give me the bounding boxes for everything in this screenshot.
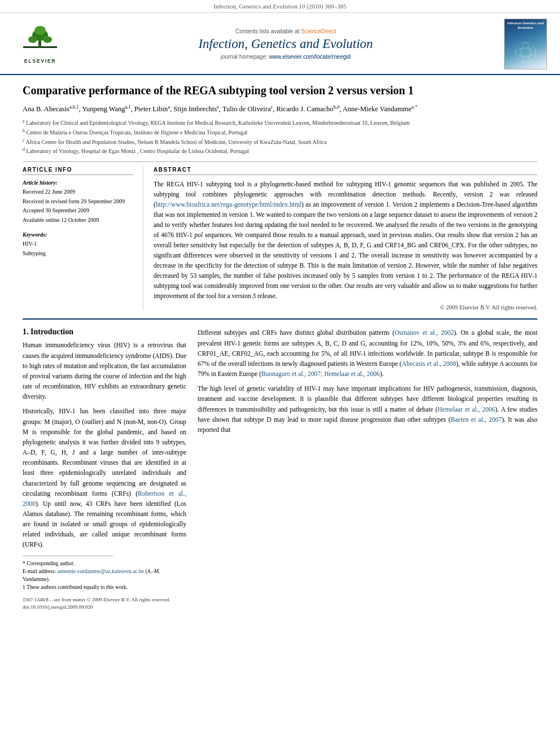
elsevier-tree-icon xyxy=(20,25,60,56)
keyword-subtyping: Subtyping xyxy=(23,249,133,259)
footnote-divider xyxy=(23,556,113,556)
paper-title: Comparative performance of the REGA subt… xyxy=(23,83,537,98)
intro-right-col: Different subtypes and CRFs have distinc… xyxy=(198,327,537,611)
intro-left-col: 1. Introduction Human immunodeficiency v… xyxy=(23,327,186,611)
article-info-column: ARTICLE INFO Article history: Received 2… xyxy=(23,167,133,311)
svg-point-5 xyxy=(43,36,52,43)
svg-point-6 xyxy=(34,26,46,35)
journal-header: ELSEVIER Contents lists available at Sci… xyxy=(0,13,560,75)
journal-cover: Infection Genetics and Evolution xyxy=(500,19,551,69)
abstract-heading: ABSTRACT xyxy=(154,167,537,175)
intro-para-1: Human immunodeficiency virus (HIV) is a … xyxy=(23,340,186,401)
footnote-email: E-mail address: annemie.vandamme@uz.kule… xyxy=(23,567,186,584)
email-link[interactable]: annemie.vandamme@uz.kuleuven.ac.be xyxy=(58,569,146,574)
copyright-notice: © 2009 Elsevier B.V. All rights reserved… xyxy=(154,304,537,311)
affiliations: a Laboratory for Clinical and Epidemiolo… xyxy=(23,118,537,156)
homepage-url[interactable]: www.elsevier.com/locate/meegid xyxy=(269,54,351,60)
journal-title-area: Contents lists available at ScienceDirec… xyxy=(71,28,500,60)
history-accepted: Accepted 30 September 2009 xyxy=(23,206,133,216)
sciencedirect-link[interactable]: ScienceDirect xyxy=(301,28,336,34)
issn-line: 1567-1348/$ – see front matter © 2009 El… xyxy=(23,596,186,604)
ref-buonaguro[interactable]: Buonaguro et al., 2007; Hemelaar et al.,… xyxy=(261,370,380,377)
intro-para-3: Different subtypes and CRFs have distinc… xyxy=(198,327,537,379)
paper-body: Comparative performance of the REGA subt… xyxy=(0,75,560,625)
intro-para-4: The high level of genetic variability of… xyxy=(198,383,537,435)
article-meta-row: ARTICLE INFO Article history: Received 2… xyxy=(23,167,537,311)
journal-homepage: journal homepage: www.elsevier.com/locat… xyxy=(71,54,500,60)
abstract-column: ABSTRACT The REGA HIV-1 subtyping tool i… xyxy=(154,167,537,311)
contents-available: Contents lists available at ScienceDirec… xyxy=(71,28,500,34)
article-info-heading: ARTICLE INFO xyxy=(23,167,133,175)
top-bar: Infection, Genetics and Evolution 10 (20… xyxy=(0,0,560,13)
elsevier-wordmark: ELSEVIER xyxy=(24,58,56,64)
ref-abecasis[interactable]: Abecasis et al., 2008 xyxy=(402,360,456,367)
footnote-equal-contrib: 1 These authors contributed equally to t… xyxy=(23,583,186,591)
svg-point-7 xyxy=(515,42,536,63)
abstract-url[interactable]: http://www.bioafrica.net/rega-genotype/h… xyxy=(156,201,301,208)
elsevier-logo-area: ELSEVIER xyxy=(9,25,71,64)
svg-point-10 xyxy=(522,42,530,63)
affil-divider xyxy=(23,161,537,162)
journal-title: Infection, Genetics and Evolution xyxy=(71,37,500,51)
intro-section: 1. Introduction Human immunodeficiency v… xyxy=(23,327,537,611)
section-heading: 1. Introduction xyxy=(23,327,186,337)
svg-point-9 xyxy=(515,49,536,56)
history-revised: Received in revised form 29 September 20… xyxy=(23,197,133,207)
keyword-hiv1: HIV-1 xyxy=(23,239,133,249)
doi-line: doi:10.1016/j.meegid.2009.09.020 xyxy=(23,604,186,611)
ref-baeten[interactable]: Baeten et al., 2007 xyxy=(450,416,501,423)
intro-para-2: Historically, HIV-1 has been classified … xyxy=(23,406,186,549)
svg-point-4 xyxy=(28,36,37,43)
ref-osmanov[interactable]: Osmanov et al., 2002 xyxy=(395,329,454,336)
abstract-text: The REGA HIV-1 subtyping tool is a phylo… xyxy=(154,180,537,301)
affil-c: c Africa Centre for Health and Populatio… xyxy=(23,137,537,147)
affil-d: d Laboratory of Virology, Hospital de Eg… xyxy=(23,146,537,156)
footnote-corresponding: * Corresponding author. xyxy=(23,560,186,567)
affil-a: a Laboratory for Clinical and Epidemiolo… xyxy=(23,118,537,128)
authors-line: Ana B. Abecasisa,b,1, Yunpeng Wanga,1, P… xyxy=(23,103,537,115)
history-received: Received 22 June 2009 xyxy=(23,187,133,197)
affil-b: b Centro de Malária e Outras Doenças Tro… xyxy=(23,128,537,137)
journal-issue-info: Infection, Genetics and Evolution 10 (20… xyxy=(213,3,347,10)
ref-robertson[interactable]: Robertson et al., 2000 xyxy=(23,490,186,507)
keywords-label: Keywords: xyxy=(23,231,133,238)
section-divider xyxy=(23,318,537,320)
article-history-label: Article history: xyxy=(23,180,133,186)
history-online: Available online 12 October 2009 xyxy=(23,216,133,225)
ref-hemelaar[interactable]: Hemelaar et al., 2006 xyxy=(438,406,495,413)
